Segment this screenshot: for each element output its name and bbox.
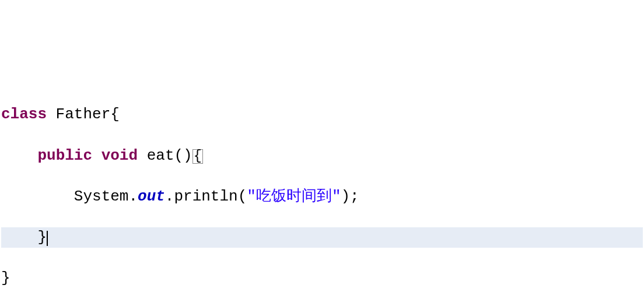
text: Father{ bbox=[47, 105, 120, 123]
text: System. bbox=[1, 188, 138, 205]
text: ); bbox=[341, 188, 359, 205]
text bbox=[92, 147, 102, 164]
keyword-void: void bbox=[102, 147, 138, 164]
indent bbox=[1, 147, 37, 164]
code-line-3: System.out.println("吃饭时间到"); bbox=[1, 187, 643, 207]
text: .println( bbox=[165, 188, 247, 205]
bracket-highlight: { bbox=[192, 149, 203, 164]
code-line-5: } bbox=[1, 268, 643, 289]
text: eat() bbox=[138, 147, 192, 164]
code-block: class Father{ public void eat(){ System.… bbox=[1, 84, 643, 292]
text-cursor bbox=[47, 231, 48, 246]
code-line-4-highlighted: } bbox=[1, 227, 643, 248]
code-line-2: public void eat(){ bbox=[1, 146, 643, 166]
text: } bbox=[1, 269, 10, 287]
code-line-1: class Father{ bbox=[1, 104, 643, 125]
keyword-class: class bbox=[1, 105, 47, 123]
field-out: out bbox=[138, 188, 165, 205]
text: } bbox=[1, 228, 47, 246]
string-literal: "吃饭时间到" bbox=[247, 188, 341, 205]
keyword-public: public bbox=[37, 147, 92, 164]
